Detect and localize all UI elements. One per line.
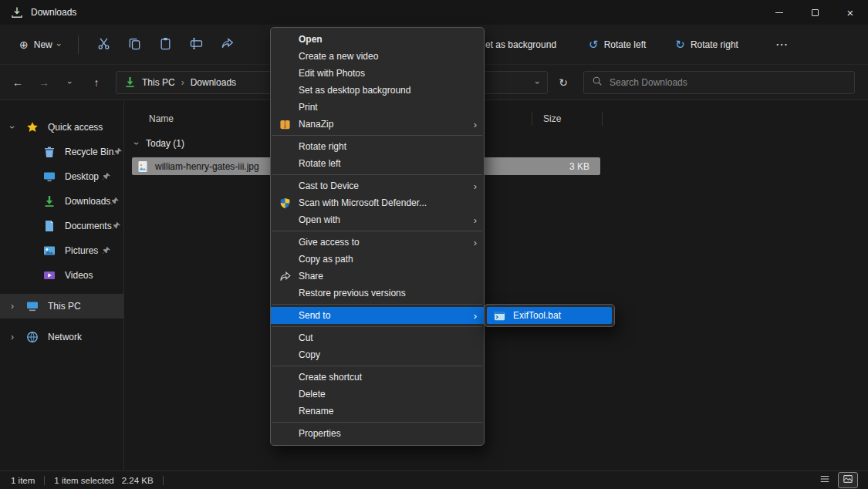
chevron-right-icon[interactable]: ›	[6, 332, 19, 342]
menu-item-exiftool-bat[interactable]: ExifTool.bat	[487, 307, 612, 324]
rotate-left-button[interactable]: ↺ Rotate left	[583, 32, 652, 58]
refresh-button[interactable]: ↻	[551, 69, 576, 96]
menu-item-create-a-new-video[interactable]: Create a new video	[271, 48, 484, 65]
copy-button[interactable]	[119, 32, 150, 58]
menu-item-open-with[interactable]: Open with›	[271, 211, 484, 228]
forward-button[interactable]: →	[31, 69, 57, 96]
menu-item-rotate-left[interactable]: Rotate left	[271, 155, 484, 172]
menu-item-create-shortcut[interactable]: Create shortcut	[271, 369, 484, 386]
menu-item-print[interactable]: Print	[271, 99, 484, 116]
submenu-arrow-icon: ›	[474, 214, 477, 226]
pin-icon	[102, 172, 111, 181]
menu-item-send-to[interactable]: Send to›	[271, 307, 484, 324]
sidebar-item-network[interactable]: ›Network	[0, 325, 123, 349]
sidebar-item-desktop[interactable]: Desktop	[0, 164, 123, 189]
submenu-arrow-icon: ›	[474, 310, 477, 322]
menu-item-edit-with-photos[interactable]: Edit with Photos	[271, 65, 484, 82]
thumbnail-view-button[interactable]	[839, 473, 857, 487]
rotate-right-button[interactable]: ↻ Rotate right	[669, 32, 745, 58]
column-header-size[interactable]: Size	[532, 112, 603, 126]
menu-item-copy[interactable]: Copy	[271, 346, 484, 363]
more-icon: ⋯	[775, 38, 788, 51]
menu-item-label: Set as desktop background	[299, 85, 410, 96]
icon-spacer	[277, 332, 292, 344]
menu-item-nanazip[interactable]: NanaZip›	[271, 116, 484, 133]
sidebar-item-videos[interactable]: Videos	[0, 263, 123, 288]
share-button[interactable]	[211, 32, 242, 58]
cut-button[interactable]	[88, 32, 119, 58]
sidebar-item-recycle-bin[interactable]: Recycle Bin	[0, 140, 123, 164]
file-size: 3 KB	[569, 161, 589, 172]
back-button[interactable]: ←	[5, 69, 31, 96]
icon-spacer	[277, 33, 292, 46]
set-as-background-button[interactable]: et as background	[485, 39, 556, 50]
close-button[interactable]: ×	[833, 0, 868, 25]
search-box[interactable]	[583, 71, 855, 94]
menu-item-label: Copy	[299, 349, 320, 360]
menu-item-give-access-to[interactable]: Give access to›	[271, 234, 484, 251]
pin-icon	[112, 221, 121, 231]
icon-spacer	[277, 214, 292, 226]
recent-locations-button[interactable]: ›	[57, 69, 83, 96]
menu-item-label: Scan with Microsoft Defender...	[299, 197, 427, 208]
downloads-app-icon	[11, 6, 23, 19]
chevron-down-icon[interactable]: ›	[7, 121, 18, 133]
menu-item-label: Cut	[299, 332, 313, 343]
menu-item-scan-with-microsoft-defender[interactable]: Scan with Microsoft Defender...	[271, 194, 484, 211]
maximize-button[interactable]	[797, 0, 833, 25]
icon-spacer	[277, 349, 292, 361]
menu-item-label: Give access to	[299, 237, 360, 248]
search-input[interactable]	[610, 77, 846, 88]
new-button[interactable]: ⊕ New ›	[11, 32, 69, 58]
context-menu: OpenCreate a new videoEdit with PhotosSe…	[270, 27, 485, 446]
address-dropdown-icon[interactable]: ›	[533, 81, 542, 84]
menu-item-rotate-right[interactable]: Rotate right	[271, 138, 484, 155]
menu-item-set-as-desktop-background[interactable]: Set as desktop background	[271, 82, 484, 99]
share-icon	[277, 270, 292, 282]
rotate-left-icon: ↺	[589, 38, 599, 52]
videos-icon	[43, 269, 56, 282]
sidebar-item-this-pc[interactable]: ›This PC	[0, 294, 123, 319]
rename-button[interactable]	[181, 32, 211, 58]
file-list-area: Name Size › Today (1) william-henry-gate…	[124, 101, 868, 470]
sidebar-item-quick-access[interactable]: ›Quick access	[0, 115, 123, 140]
file-explorer-window: Downloads × ⊕ New ›	[0, 0, 868, 489]
minimize-button[interactable]	[762, 0, 797, 25]
menu-item-rename[interactable]: Rename	[271, 403, 484, 420]
sidebar-item-label: Quick access	[48, 122, 103, 133]
icon-spacer	[277, 405, 292, 417]
menu-item-properties[interactable]: Properties	[271, 425, 484, 442]
toolbar-divider	[78, 35, 79, 54]
group-collapse-icon[interactable]: ›	[131, 142, 142, 145]
image-file-icon	[137, 160, 149, 173]
menu-item-cut[interactable]: Cut	[271, 329, 484, 346]
group-header[interactable]: › Today (1)	[124, 134, 868, 153]
menu-item-open[interactable]: Open	[271, 31, 484, 48]
menu-separator	[272, 422, 482, 423]
menu-item-delete[interactable]: Delete	[271, 386, 484, 403]
sidebar-item-downloads[interactable]: Downloads	[0, 189, 123, 214]
paste-button[interactable]	[150, 32, 181, 58]
more-options-button[interactable]: ⋯	[768, 32, 795, 58]
details-view-button[interactable]	[816, 473, 834, 487]
menu-item-label: Send to	[299, 310, 330, 321]
thumbnail-view-icon	[843, 474, 853, 487]
item-count: 1 item	[11, 476, 45, 485]
menu-item-label: ExifTool.bat	[513, 310, 561, 321]
sidebar-item-label: Desktop	[65, 171, 99, 182]
network-icon	[26, 331, 39, 343]
menu-item-restore-previous-versions[interactable]: Restore previous versions	[271, 285, 484, 302]
chevron-right-icon[interactable]: ›	[6, 301, 19, 312]
breadcrumb-downloads[interactable]: Downloads	[184, 77, 242, 88]
menu-item-copy-as-path[interactable]: Copy as path	[271, 251, 484, 268]
view-toggle-group	[816, 473, 857, 487]
menu-item-label: Rotate left	[299, 158, 341, 169]
desktop-icon	[43, 170, 56, 183]
sidebar-item-pictures[interactable]: Pictures	[0, 238, 123, 263]
sidebar-item-documents[interactable]: Documents	[0, 214, 123, 238]
group-label: Today (1)	[146, 138, 184, 149]
breadcrumb-this-pc[interactable]: This PC	[136, 77, 181, 88]
up-button[interactable]: ↑	[83, 69, 110, 96]
menu-item-share[interactable]: Share	[271, 268, 484, 285]
menu-item-cast-to-device[interactable]: Cast to Device›	[271, 177, 484, 194]
